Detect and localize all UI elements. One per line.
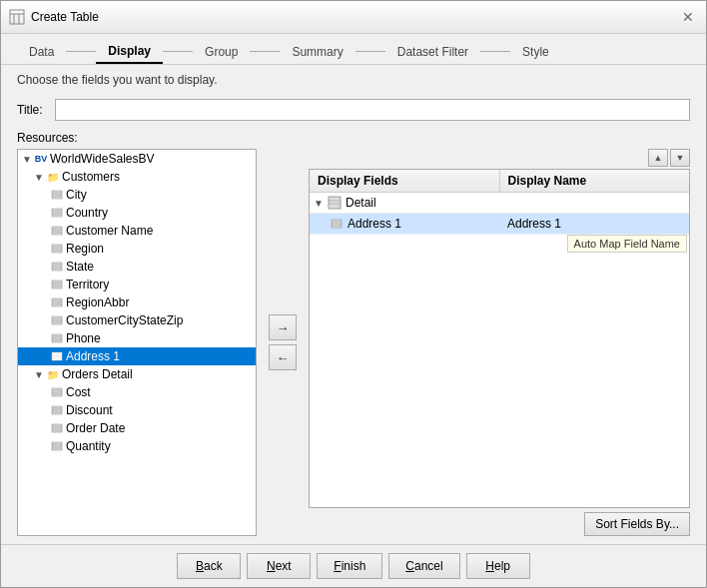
middle-buttons: → ← xyxy=(265,149,301,536)
territory-label: Territory xyxy=(66,278,109,292)
customercitystatzip-label: CustomerCityStateZip xyxy=(66,313,183,327)
auto-map-tooltip: Auto Map Field Name xyxy=(567,235,687,253)
col-display-name: Display Name xyxy=(500,170,690,192)
tab-group[interactable]: Group xyxy=(193,41,250,63)
tree-root[interactable]: ▼ BV WorldWideSalesBV xyxy=(18,150,256,168)
state-field-icon xyxy=(50,260,64,274)
fields-table[interactable]: Display Fields Display Name ▼ xyxy=(309,169,690,508)
tree-item-state[interactable]: State xyxy=(18,258,256,276)
tab-display[interactable]: Display xyxy=(96,40,163,64)
title-input[interactable] xyxy=(55,99,690,121)
dialog-title: Create Table xyxy=(31,10,99,24)
country-label: Country xyxy=(66,206,108,220)
title-bar-left: Create Table xyxy=(9,9,99,25)
order-date-label: Order Date xyxy=(66,421,125,435)
tab-style[interactable]: Style xyxy=(510,41,561,63)
customer-name-label: Customer Name xyxy=(66,224,153,238)
back-underline: B xyxy=(196,559,204,573)
tree-container[interactable]: ▼ BV WorldWideSalesBV ▼ 📁 Customers xyxy=(17,149,257,536)
back-button[interactable]: Back xyxy=(177,553,241,579)
remove-field-button[interactable]: ← xyxy=(269,344,297,370)
close-button[interactable]: ✕ xyxy=(678,7,698,27)
orders-expand: ▼ xyxy=(34,369,44,380)
next-underline: N xyxy=(267,559,276,573)
cancel-button[interactable]: Cancel xyxy=(388,553,459,579)
tree-item-city[interactable]: City xyxy=(18,186,256,204)
tree-item-country[interactable]: Country xyxy=(18,204,256,222)
tab-sep-4 xyxy=(355,51,385,52)
tab-data[interactable]: Data xyxy=(17,41,66,63)
svg-rect-0 xyxy=(10,10,24,24)
quantity-field-icon xyxy=(50,439,64,453)
fields-body: ▼ Detail xyxy=(310,193,689,507)
bv-icon: BV xyxy=(34,152,48,166)
tab-summary[interactable]: Summary xyxy=(280,41,354,63)
tree-item-customer-name[interactable]: Customer Name xyxy=(18,222,256,240)
detail-group-row[interactable]: ▼ Detail xyxy=(310,193,689,214)
field-display-area: Address 1 Auto Map Field Name xyxy=(507,217,685,231)
tab-sep-1 xyxy=(66,51,96,52)
order-date-field-icon xyxy=(50,421,64,435)
tab-dataset-filter[interactable]: Dataset Filter xyxy=(385,41,480,63)
move-up-button[interactable]: ▲ xyxy=(648,149,668,167)
fields-header: Display Fields Display Name xyxy=(310,170,689,193)
tab-sep-3 xyxy=(250,51,280,52)
title-row: Title: xyxy=(17,99,690,121)
tree-item-cost[interactable]: Cost xyxy=(18,383,256,401)
customer-name-field-icon xyxy=(50,224,64,238)
tree-item-address1[interactable]: Address 1 xyxy=(18,347,256,365)
customers-expand: ▼ xyxy=(34,172,44,183)
svg-rect-60 xyxy=(329,197,341,209)
customers-folder-icon: 📁 xyxy=(46,170,60,184)
tree-item-regionabbr[interactable]: RegionAbbr xyxy=(18,294,256,311)
next-button[interactable]: Next xyxy=(247,553,311,579)
updown-buttons: ▲ ▼ xyxy=(309,149,690,167)
customercitystatzip-field-icon xyxy=(50,313,64,327)
root-label: WorldWideSalesBV xyxy=(50,152,154,166)
orders-detail-folder[interactable]: ▼ 📁 Orders Detail xyxy=(18,365,256,383)
finish-button[interactable]: Finish xyxy=(317,553,382,579)
add-field-button[interactable]: → xyxy=(269,314,297,340)
tree-item-territory[interactable]: Territory xyxy=(18,276,256,294)
tree-item-order-date[interactable]: Order Date xyxy=(18,419,256,437)
tab-sep-2 xyxy=(163,51,193,52)
cost-label: Cost xyxy=(66,385,91,399)
content-area: Title: Resources: ▼ BV WorldWideSalesBV … xyxy=(1,95,706,544)
state-label: State xyxy=(66,260,94,274)
row-field-icon xyxy=(330,217,344,231)
tree-item-phone[interactable]: Phone xyxy=(18,329,256,347)
field-display-name-value: Address 1 xyxy=(507,217,561,231)
create-table-dialog: Create Table ✕ Data Display Group Summar… xyxy=(0,0,707,588)
root-expand-arrow: ▼ xyxy=(22,154,32,165)
bottom-bar: Back Next Finish Cancel Help xyxy=(1,544,706,587)
regionabbr-label: RegionAbbr xyxy=(66,295,129,309)
customers-folder[interactable]: ▼ 📁 Customers xyxy=(18,168,256,186)
quantity-label: Quantity xyxy=(66,439,111,453)
help-button[interactable]: Help xyxy=(466,553,530,579)
cancel-underline: C xyxy=(405,559,414,573)
sort-fields-button[interactable]: Sort Fields By... xyxy=(584,512,690,536)
phone-field-icon xyxy=(50,331,64,345)
region-field-icon xyxy=(50,242,64,256)
discount-label: Discount xyxy=(66,403,113,417)
field-row-address1[interactable]: Address 1 Address 1 Auto Map Field Name xyxy=(310,214,689,235)
address1-field-icon xyxy=(50,349,64,363)
discount-field-icon xyxy=(50,403,64,417)
territory-field-icon xyxy=(50,278,64,292)
help-underline: H xyxy=(485,559,494,573)
tree-item-customercitystatzip[interactable]: CustomerCityStateZip xyxy=(18,311,256,329)
tree-item-region[interactable]: Region xyxy=(18,240,256,258)
orders-detail-label: Orders Detail xyxy=(62,367,133,381)
title-label: Title: xyxy=(17,103,49,117)
dialog-icon xyxy=(9,9,25,25)
finish-underline: F xyxy=(334,559,341,573)
col-display-fields: Display Fields xyxy=(310,170,500,192)
regionabbr-field-icon xyxy=(50,295,64,309)
country-field-icon xyxy=(50,206,64,220)
tree-item-discount[interactable]: Discount xyxy=(18,401,256,419)
customers-label: Customers xyxy=(62,170,120,184)
phone-label: Phone xyxy=(66,331,101,345)
tree-item-quantity[interactable]: Quantity xyxy=(18,437,256,455)
move-down-button[interactable]: ▼ xyxy=(670,149,690,167)
region-label: Region xyxy=(66,242,104,256)
